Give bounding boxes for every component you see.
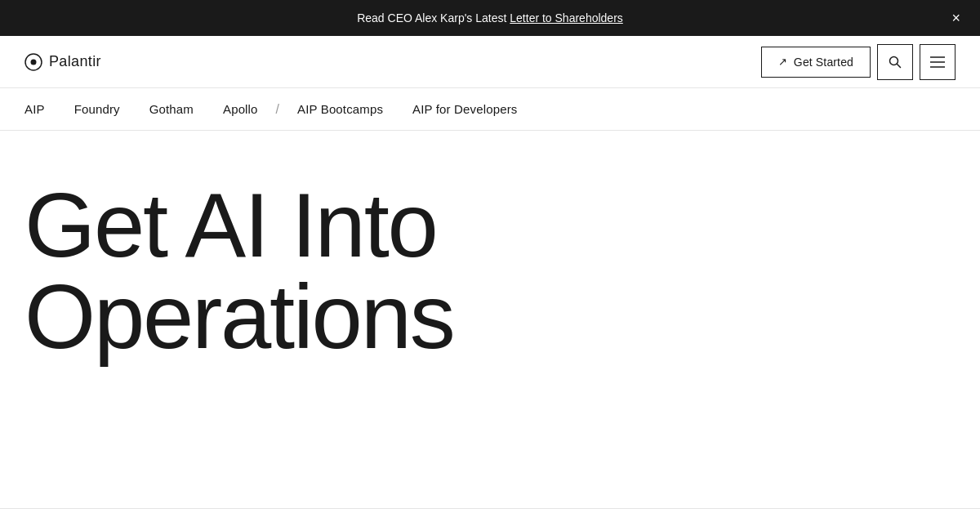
hero-title: Get AI Into Operations: [24, 180, 956, 363]
nav-item-gotham[interactable]: Gotham: [135, 88, 208, 130]
nav-item-aip-developers[interactable]: AIP for Developers: [398, 88, 532, 130]
announcement-prefix: Read CEO Alex Karp's Latest: [357, 11, 510, 25]
cursor-icon: ↗: [778, 56, 787, 68]
hero-section: Get AI Into Operations: [0, 131, 980, 395]
announcement-link[interactable]: Letter to Shareholders: [510, 11, 623, 25]
logo[interactable]: Palantir: [24, 53, 101, 71]
nav-menu: AIP Foundry Gotham Apollo / AIP Bootcamp…: [0, 88, 980, 131]
header-actions: ↗ Get Started: [761, 44, 956, 80]
nav-item-aip[interactable]: AIP: [24, 88, 60, 130]
menu-button[interactable]: [920, 44, 956, 80]
hero-title-line1: Get AI Into: [24, 174, 437, 276]
nav-item-aip-bootcamps[interactable]: AIP Bootcamps: [283, 88, 398, 130]
nav-divider: /: [273, 102, 283, 117]
header: Palantir ↗ Get Started: [0, 36, 980, 88]
get-started-label: Get Started: [794, 56, 853, 69]
hero-title-line2: Operations: [24, 266, 453, 368]
nav-item-apollo[interactable]: Apollo: [208, 88, 273, 130]
svg-point-1: [31, 59, 37, 65]
announcement-text: Read CEO Alex Karp's Latest Letter to Sh…: [357, 11, 623, 25]
search-icon: [889, 56, 902, 69]
menu-icon: [930, 56, 945, 68]
close-banner-button[interactable]: ×: [948, 7, 964, 29]
get-started-button[interactable]: ↗ Get Started: [761, 47, 871, 78]
palantir-logo-icon: [24, 53, 42, 71]
logo-text: Palantir: [49, 53, 101, 70]
search-button[interactable]: [877, 44, 913, 80]
announcement-banner: Read CEO Alex Karp's Latest Letter to Sh…: [0, 0, 980, 36]
svg-line-3: [898, 64, 901, 67]
nav-item-foundry[interactable]: Foundry: [60, 88, 135, 130]
